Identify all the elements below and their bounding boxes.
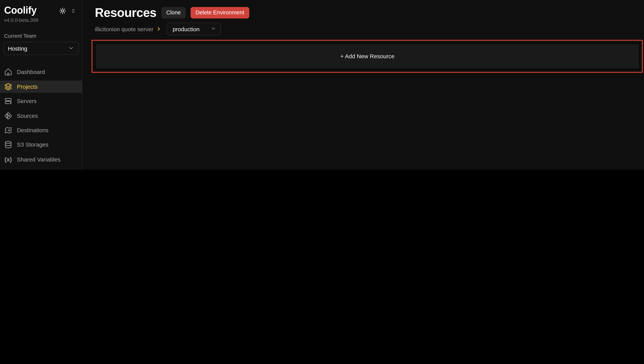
chevron-down-icon [68, 45, 74, 52]
environment-select-value: production [172, 26, 200, 32]
add-new-resource-button[interactable]: + Add New Resource [95, 43, 640, 69]
sidebar-item-projects[interactable]: Projects [0, 80, 82, 93]
team-select[interactable]: Hosting [3, 42, 79, 55]
git-source-icon [4, 112, 12, 120]
breadcrumb: illicitonion quote server production [95, 23, 644, 35]
environment-select[interactable]: production [167, 22, 221, 35]
sidebar-item-servers[interactable]: Servers [0, 95, 82, 107]
map-icon [4, 126, 12, 134]
page-header: Resources Clone Delete Environment [95, 6, 644, 20]
sun-icon[interactable] [59, 7, 67, 15]
breadcrumb-project-link[interactable]: illicitonion quote server [95, 26, 153, 32]
sidebar-item-label: Sources [17, 112, 38, 119]
app-version: v4.0.0-beta.399 [0, 16, 82, 23]
sidebar-nav: Dashboard Projects Servers Sources Desti… [0, 66, 82, 170]
sidebar-item-label: S3 Storages [17, 142, 48, 148]
chevron-down-icon [210, 25, 216, 33]
chevron-right-icon [156, 26, 162, 32]
sidebar-item-dashboard[interactable]: Dashboard [0, 66, 82, 78]
chevrons-up-down-icon[interactable] [70, 8, 76, 14]
sidebar: Coolify v4.0.0-beta.399 Current Team Hos… [0, 0, 82, 170]
page-title: Resources [95, 6, 156, 20]
sidebar-item-destinations[interactable]: Destinations [0, 124, 82, 136]
sidebar-item-label: Dashboard [17, 69, 45, 75]
sidebar-item-shared-variables[interactable]: (x) Shared Variables [0, 153, 82, 165]
main-content: Resources Clone Delete Environment illic… [82, 0, 644, 170]
database-icon [4, 140, 12, 149]
app-logo: Coolify [4, 5, 36, 16]
sidebar-item-label: Projects [17, 83, 38, 90]
sidebar-item-label: Destinations [17, 127, 48, 133]
sidebar-item-label: Shared Variables [17, 156, 60, 162]
variables-icon: (x) [4, 156, 12, 162]
clone-button[interactable]: Clone [161, 7, 186, 18]
sidebar-item-label: Servers [17, 98, 36, 104]
team-select-value: Hosting [8, 46, 28, 52]
delete-environment-button[interactable]: Delete Environment [190, 7, 249, 18]
server-icon [4, 97, 12, 105]
coolify-app: Coolify v4.0.0-beta.399 Current Team Hos… [0, 0, 644, 170]
sidebar-item-notifications[interactable]: Notifications [0, 168, 82, 170]
home-icon [4, 68, 12, 76]
sidebar-item-s3-storages[interactable]: S3 Storages [0, 138, 82, 151]
sidebar-item-sources[interactable]: Sources [0, 110, 82, 122]
layers-icon [4, 82, 12, 91]
add-resource-region: + Add New Resource [95, 43, 640, 69]
brand-row: Coolify [0, 0, 82, 16]
add-new-resource-label: + Add New Resource [340, 53, 394, 60]
current-team-label: Current Team [0, 23, 82, 39]
